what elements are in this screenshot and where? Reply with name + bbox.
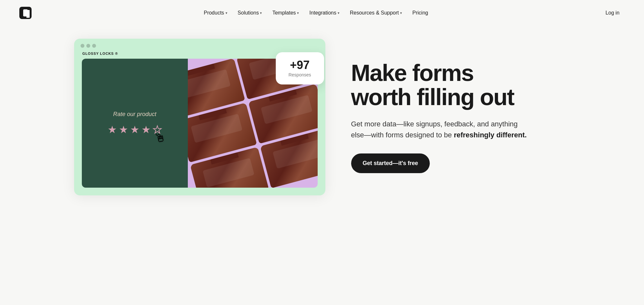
- logo-icon: [19, 7, 32, 19]
- nav-link-solutions[interactable]: Solutions ▾: [234, 7, 266, 18]
- hero-text: Make forms worth filling out Get more da…: [351, 61, 570, 173]
- navigation: Products ▾ Solutions ▾ Templates ▾ Integ…: [0, 0, 644, 26]
- browser-bar: [74, 39, 325, 52]
- nav-label-resources: Resources & Support: [350, 10, 399, 16]
- browser-dot-1: [81, 44, 84, 48]
- chevron-down-icon: ▾: [297, 11, 299, 15]
- nav-label-products: Products: [204, 10, 224, 16]
- nav-link-products[interactable]: Products ▾: [200, 7, 231, 18]
- nav-label-templates: Templates: [272, 10, 296, 16]
- browser-dot-2: [86, 44, 90, 48]
- chevron-down-icon: ▾: [260, 11, 262, 15]
- nav-link-resources[interactable]: Resources & Support ▾: [346, 7, 406, 18]
- subtext-bold: refreshingly different.: [454, 131, 527, 139]
- nav-item-pricing[interactable]: Pricing: [409, 7, 432, 18]
- browser-window: GLOSSY LOCKS ® +97 Responses: [74, 39, 325, 195]
- star-2: ★: [119, 123, 128, 136]
- chevron-down-icon: ▾: [400, 11, 402, 15]
- browser-content: GLOSSY LOCKS ® +97 Responses: [74, 52, 325, 195]
- cta-button[interactable]: Get started—it's free: [351, 153, 430, 173]
- response-label: Responses: [285, 72, 314, 77]
- hero-headline: Make forms worth filling out: [351, 61, 570, 110]
- headline-line-2: worth filling out: [351, 84, 514, 110]
- chevron-down-icon: ▾: [338, 11, 340, 15]
- nav-item-templates[interactable]: Templates ▾: [268, 7, 303, 18]
- nav-label-solutions: Solutions: [238, 10, 259, 16]
- star-3: ★: [130, 123, 139, 136]
- star-4: ★: [141, 123, 151, 136]
- nav-label-pricing: Pricing: [412, 10, 428, 16]
- star-1: ★: [108, 123, 117, 136]
- browser-dot-3: [92, 44, 96, 48]
- nav-item-products[interactable]: Products ▾: [200, 7, 231, 18]
- nav-link-pricing[interactable]: Pricing: [409, 7, 432, 18]
- nav-right: Log in: [600, 7, 625, 18]
- nav-item-solutions[interactable]: Solutions ▾: [234, 7, 266, 18]
- response-number: +97: [285, 59, 314, 71]
- nav-link-templates[interactable]: Templates ▾: [268, 7, 303, 18]
- rate-product-label: Rate our product: [113, 111, 156, 118]
- logo[interactable]: [19, 7, 32, 19]
- rating-card: Rate our product ★ ★ ★ ★ ★ 🖱: [82, 59, 188, 188]
- nav-item-integrations[interactable]: Integrations ▾: [305, 7, 343, 18]
- nav-label-integrations: Integrations: [309, 10, 336, 16]
- star-rating[interactable]: ★ ★ ★ ★ ★ 🖱: [108, 123, 162, 136]
- chevron-down-icon: ▾: [226, 11, 227, 15]
- nav-item-resources[interactable]: Resources & Support ▾: [346, 7, 406, 18]
- nav-link-integrations[interactable]: Integrations ▾: [305, 7, 343, 18]
- headline-line-1: Make forms: [351, 60, 474, 86]
- hero-section: GLOSSY LOCKS ® +97 Responses: [16, 26, 628, 215]
- cursor-icon: 🖱: [153, 130, 167, 146]
- login-button[interactable]: Log in: [600, 7, 625, 18]
- nav-links: Products ▾ Solutions ▾ Templates ▾ Integ…: [200, 7, 432, 18]
- hero-illustration: GLOSSY LOCKS ® +97 Responses: [74, 39, 325, 195]
- hero-subtext: Get more data—like signups, feedback, an…: [351, 119, 532, 141]
- response-card: +97 Responses: [276, 52, 324, 84]
